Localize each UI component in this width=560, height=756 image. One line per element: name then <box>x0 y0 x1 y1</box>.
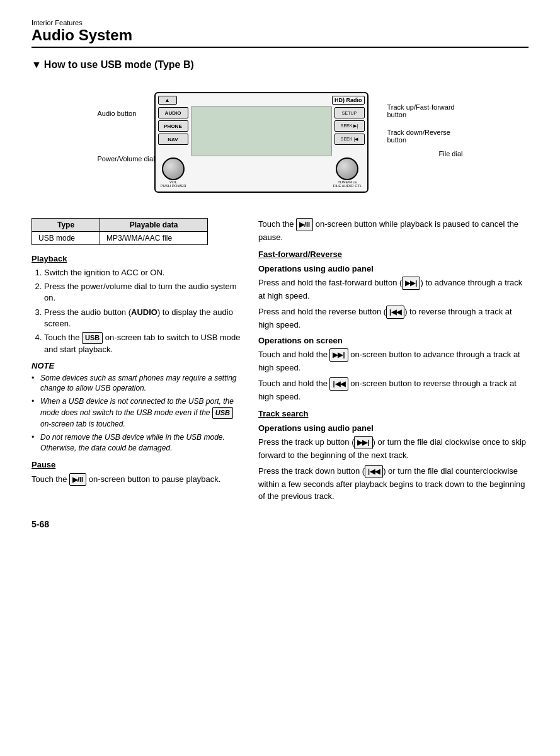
step-2: Press the power/volume dial to turn the … <box>44 281 246 304</box>
playback-steps: Switch the ignition to ACC or ON. Press … <box>31 267 246 356</box>
note-label: NOTE <box>31 361 246 370</box>
page-title: Audio System <box>31 26 529 48</box>
playable-data-table: Type Playable data USB mode MP3/WMA/AAC … <box>31 218 208 245</box>
ts-panel-heading: Operations using audio panel <box>258 423 529 433</box>
table-row: USB mode MP3/WMA/AAC file <box>32 232 208 245</box>
ff-panel-btn1: ▶▶| <box>402 277 420 290</box>
play-pause-btn-2: ▶/II <box>296 218 313 231</box>
hd-radio-logo: HD) Radio <box>332 96 365 105</box>
track-search-heading: Track search <box>258 409 529 418</box>
header: Interior Features Audio System <box>31 19 529 48</box>
right-button-group: SETUP SEEK ▶| SEEK |◀ <box>334 106 365 156</box>
ts-panel-text2: Press the track down button (|◀◀) or tur… <box>258 465 529 503</box>
file-dial-label: File dial <box>439 150 463 158</box>
table-header-type: Type <box>32 219 100 232</box>
left-column: Type Playable data USB mode MP3/WMA/AAC … <box>31 218 246 507</box>
nav-btn: NAV <box>158 134 188 145</box>
ff-panel-heading: Operations using audio panel <box>258 264 529 273</box>
ff-screen-heading: Operations on screen <box>258 336 529 345</box>
file-dial <box>336 158 358 180</box>
track-up-label: Track up/Fast-forward button <box>387 103 463 118</box>
step-4: Touch the USB on-screen tab to switch to… <box>44 332 246 356</box>
power-volume-dial <box>162 158 185 180</box>
ff-panel-text1: Press and hold the fast-forward button (… <box>258 277 529 302</box>
audio-unit: ▲ HD) Radio AUDIO PHONE NAV SETUP SEEK ▶… <box>154 92 369 193</box>
audio-button-label: Audio button <box>98 110 137 117</box>
page-number: 5-68 <box>31 519 529 529</box>
note-item-3: Do not remove the USB device while in th… <box>31 432 246 454</box>
ff-screen-text2: Touch and hold the |◀◀ on-screen button … <box>258 377 529 403</box>
seek-down-btn: SEEK |◀ <box>334 134 365 145</box>
right-column: Touch the ▶/II on-screen button while pl… <box>258 218 529 507</box>
category-label: Interior Features <box>31 19 529 26</box>
ff-screen-text1: Touch and hold the ▶▶| on-screen button … <box>258 348 529 374</box>
seek-up-btn: SEEK ▶| <box>334 120 365 132</box>
ff-screen-btn1: ▶▶| <box>329 348 348 362</box>
ts-panel-text1: Press the track up button (▶▶|) or turn … <box>258 436 529 461</box>
audio-unit-diagram: Audio button Power/Volume dial ▲ HD) Rad… <box>31 79 529 205</box>
setup-btn: SETUP <box>334 107 365 118</box>
ff-panel-btn2: |◀◀ <box>386 306 404 319</box>
section-heading: How to use USB mode (Type B) <box>31 59 529 71</box>
usb-tab-inline: USB <box>212 407 233 419</box>
main-content: Type Playable data USB mode MP3/WMA/AAC … <box>31 218 529 507</box>
ts-down-btn: |◀◀ <box>365 465 383 478</box>
table-cell-data: MP3/WMA/AAC file <box>100 232 208 245</box>
display-screen <box>191 106 332 156</box>
ff-panel-text2: Press and hold the reverse button (|◀◀) … <box>258 306 529 331</box>
eject-button: ▲ <box>158 96 177 105</box>
playback-heading: Playback <box>31 254 246 263</box>
pause-text: Touch the ▶/II on-screen button to pause… <box>31 473 246 486</box>
ts-up-btn: ▶▶| <box>354 436 372 449</box>
pause-heading: Pause <box>31 460 246 469</box>
step-1: Switch the ignition to ACC or ON. <box>44 267 246 278</box>
fast-forward-heading: Fast-forward/Reverse <box>258 249 529 259</box>
ff-screen-btn2: |◀◀ <box>329 377 348 391</box>
phone-btn: PHONE <box>158 120 188 132</box>
step-3: Press the audio button (AUDIO) to displa… <box>44 307 246 329</box>
play-pause-btn-1: ▶/II <box>69 473 86 486</box>
table-cell-type: USB mode <box>32 232 100 245</box>
note-item-2: When a USB device is not connected to th… <box>31 396 246 430</box>
note-list: Some devices such as smart phones may re… <box>31 373 246 454</box>
left-button-group: AUDIO PHONE NAV <box>158 106 188 156</box>
track-down-label: Track down/Reverse button <box>387 129 463 144</box>
table-header-data: Playable data <box>100 219 208 232</box>
note-item-1: Some devices such as smart phones may re… <box>31 373 246 394</box>
usb-tab-btn: USB <box>82 332 103 344</box>
pause-cancel-text: Touch the ▶/II on-screen button while pl… <box>258 218 529 243</box>
power-volume-label: Power/Volume dial <box>98 155 155 163</box>
audio-btn: AUDIO <box>158 107 188 118</box>
